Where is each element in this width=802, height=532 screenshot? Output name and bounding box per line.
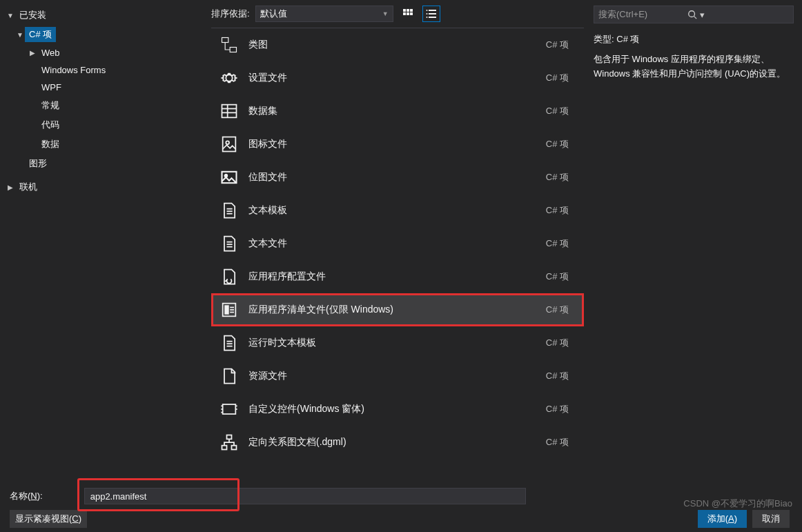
svg-rect-44 <box>232 446 237 450</box>
template-type: C# 项 <box>546 237 576 250</box>
sort-label: 排序依据: <box>211 8 250 20</box>
svg-point-11 <box>426 17 427 18</box>
template-list[interactable]: 类图C# 项设置文件C# 项数据集C# 项图标文件C# 项位图文件C# 项文本模… <box>211 28 584 481</box>
tree-item-label: Windows Forms <box>37 63 110 77</box>
template-type: C# 项 <box>546 138 576 150</box>
footer: 显示紧凑视图(C) 添加(A) 取消 <box>0 504 802 532</box>
template-name: 文本文件 <box>248 237 536 250</box>
chevron-down-icon: ▼ <box>15 31 25 39</box>
control-icon <box>219 400 239 419</box>
svg-rect-3 <box>403 12 406 15</box>
name-label: 名称(N): <box>10 490 43 502</box>
template-item[interactable]: 自定义控件(Windows 窗体)C# 项 <box>211 393 584 426</box>
template-item[interactable]: 数据集C# 项 <box>211 95 584 128</box>
template-name: 应用程序配置文件 <box>248 270 536 283</box>
list-view-button[interactable] <box>422 6 440 22</box>
tree-item[interactable]: 数据 <box>6 135 207 154</box>
tree-item[interactable]: 图形 <box>6 154 207 173</box>
doc-icon <box>219 333 239 353</box>
tree-item-label: 数据 <box>37 137 63 152</box>
template-name: 应用程序清单文件(仅限 Windows) <box>248 304 536 316</box>
svg-rect-29 <box>225 306 228 314</box>
svg-rect-0 <box>403 9 406 12</box>
svg-rect-42 <box>227 435 232 440</box>
name-row: 名称(N): <box>0 481 802 504</box>
svg-rect-36 <box>223 404 236 414</box>
tree-item[interactable]: 代码 <box>6 115 207 135</box>
template-type: C# 项 <box>546 337 576 349</box>
add-button[interactable]: 添加(A) <box>698 510 747 528</box>
template-item[interactable]: 图标文件C# 项 <box>211 128 584 161</box>
tree-item-label: C# 项 <box>25 27 56 42</box>
cancel-button[interactable]: 取消 <box>752 510 790 528</box>
details-panel: 搜索(Ctrl+E) ▾ 类型: C# 项 包含用于 Windows 应用程序的… <box>588 0 802 481</box>
category-tree: ▼ 已安装 ▼C# 项▶WebWindows FormsWPF常规代码数据图形 … <box>0 0 207 481</box>
compact-view-button[interactable]: 显示紧凑视图(C) <box>10 510 87 528</box>
tree-item-label: 图形 <box>25 156 51 171</box>
svg-rect-13 <box>230 48 236 52</box>
template-name: 自定义控件(Windows 窗体) <box>248 403 536 415</box>
template-name: 数据集 <box>248 105 536 117</box>
svg-rect-12 <box>222 38 228 43</box>
template-type: C# 项 <box>546 72 576 84</box>
svg-point-10 <box>426 13 427 14</box>
tree-item-label: WPF <box>37 81 66 94</box>
graph-icon <box>219 433 239 452</box>
template-item[interactable]: 文本文件C# 项 <box>211 227 584 260</box>
chevron-down-icon: ▼ <box>382 10 389 17</box>
svg-point-9 <box>426 10 427 11</box>
template-item[interactable]: 定向关系图文档(.dgml)C# 项 <box>211 426 584 459</box>
template-name: 图标文件 <box>248 138 536 150</box>
grid-view-button[interactable] <box>399 6 417 22</box>
tree-item[interactable]: 常规 <box>6 96 207 115</box>
template-name: 运行时文本模板 <box>248 337 536 349</box>
tree-item[interactable]: ▼C# 项 <box>6 25 207 44</box>
tree-item[interactable]: ▶Web <box>6 44 207 61</box>
template-name: 定向关系图文档(.dgml) <box>248 436 536 449</box>
template-type: C# 项 <box>546 204 576 217</box>
svg-rect-1 <box>407 9 409 12</box>
icon-file-icon <box>219 135 239 154</box>
chevron-right-icon: ▶ <box>6 184 15 191</box>
template-item[interactable]: 设置文件C# 项 <box>211 61 584 95</box>
svg-point-45 <box>689 11 695 17</box>
tree-item-label: Web <box>37 46 64 59</box>
tree-item-label: 代码 <box>37 117 63 132</box>
tree-item[interactable]: WPF <box>6 79 207 96</box>
template-type: C# 项 <box>546 105 576 117</box>
svg-rect-5 <box>410 12 413 15</box>
tree-item-label: 常规 <box>37 98 63 113</box>
template-item[interactable]: 位图文件C# 项 <box>211 161 584 194</box>
svg-rect-14 <box>222 105 237 118</box>
detail-description: 包含用于 Windows 应用程序的程序集绑定、Windows 兼容性和用户访问… <box>594 52 794 81</box>
grid-icon <box>402 8 413 19</box>
svg-rect-43 <box>222 446 227 450</box>
name-input[interactable] <box>84 488 526 504</box>
svg-point-19 <box>226 141 229 144</box>
doc-icon <box>219 201 239 220</box>
template-name: 类图 <box>248 39 536 51</box>
template-item[interactable]: 类图C# 项 <box>211 28 584 61</box>
svg-line-46 <box>694 17 697 19</box>
template-item[interactable]: 文本模板C# 项 <box>211 194 584 227</box>
template-item[interactable]: 应用程序配置文件C# 项 <box>211 260 584 293</box>
search-icon <box>687 10 697 19</box>
template-type: C# 项 <box>546 436 576 449</box>
template-name: 资源文件 <box>248 370 536 382</box>
search-input[interactable]: 搜索(Ctrl+E) ▾ <box>594 6 794 23</box>
tree-installed[interactable]: ▼ 已安装 <box>6 6 207 25</box>
template-name: 设置文件 <box>248 72 536 84</box>
template-item[interactable]: 资源文件C# 项 <box>211 359 584 393</box>
svg-rect-18 <box>223 137 236 152</box>
chevron-right-icon: ▶ <box>28 49 37 57</box>
tree-item[interactable]: Windows Forms <box>6 61 207 79</box>
tree-online[interactable]: ▶ 联机 <box>6 177 207 197</box>
gear-icon <box>219 68 239 88</box>
sort-dropdown[interactable]: 默认值 ▼ <box>255 6 393 22</box>
template-item[interactable]: 应用程序清单文件(仅限 Windows)C# 项 <box>211 293 584 326</box>
template-type: C# 项 <box>546 39 576 51</box>
template-item[interactable]: 运行时文本模板C# 项 <box>211 326 584 359</box>
class-diagram-icon <box>219 35 239 55</box>
template-type: C# 项 <box>546 171 576 184</box>
manifest-icon <box>219 300 239 319</box>
